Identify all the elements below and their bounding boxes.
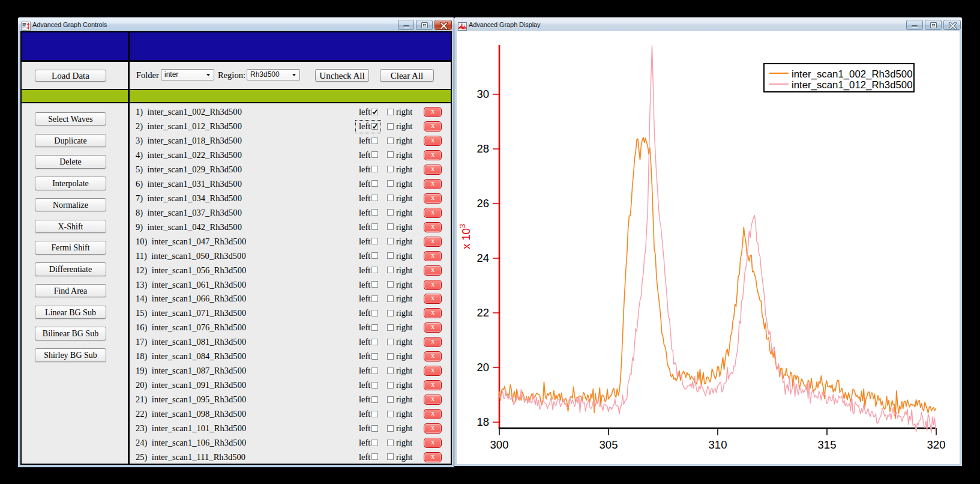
svg-text:24: 24 [476, 252, 489, 264]
svg-text:inter_scan1_012_Rh3d500: inter_scan1_012_Rh3d500 [792, 79, 913, 91]
svg-text:inter_scan1_002_Rh3d500: inter_scan1_002_Rh3d500 [792, 68, 913, 80]
svg-text:26: 26 [476, 197, 489, 210]
svg-text:305: 305 [600, 438, 618, 451]
svg-text:300: 300 [490, 438, 509, 451]
svg-text:320: 320 [927, 438, 946, 451]
svg-text:20: 20 [476, 361, 489, 374]
svg-text:18: 18 [476, 416, 489, 428]
svg-text:30: 30 [476, 88, 489, 100]
svg-text:28: 28 [476, 142, 489, 155]
svg-text:22: 22 [476, 306, 489, 319]
svg-text:315: 315 [818, 438, 837, 451]
svg-text:310: 310 [709, 438, 727, 451]
svg-text:x 103: x 103 [458, 224, 472, 249]
